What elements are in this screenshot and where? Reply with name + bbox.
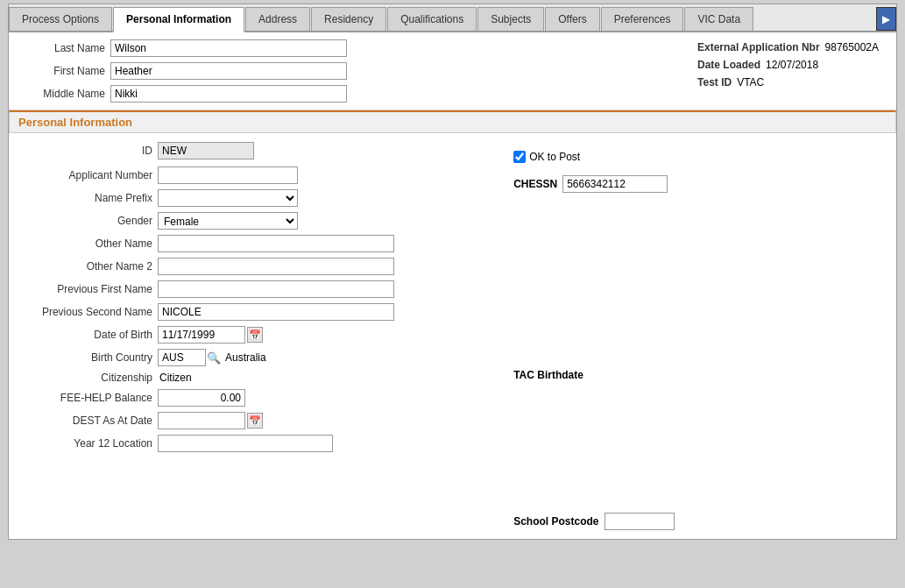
school-postcode-label: School Postcode	[513, 515, 598, 528]
tab-preferences[interactable]: Preferences	[601, 7, 684, 31]
year12-label: Year 12 Location	[18, 437, 158, 450]
prev-first-name-label: Previous First Name	[18, 283, 158, 295]
chessn-label: CHESSN	[513, 178, 557, 190]
fee-help-input[interactable]	[158, 389, 245, 407]
tab-process-options[interactable]: Process Options	[9, 7, 112, 31]
tab-bar: Process Options Personal Information Add…	[9, 4, 896, 32]
first-name-input[interactable]	[110, 62, 347, 80]
ext-app-label: External Application Nbr	[697, 41, 820, 53]
first-name-label: First Name	[26, 65, 105, 77]
other-name-label: Other Name	[18, 237, 158, 250]
other-name2-input[interactable]	[158, 258, 394, 275]
last-name-input[interactable]	[110, 39, 347, 57]
tab-residency[interactable]: Residency	[311, 7, 386, 31]
dest-date-input[interactable]	[158, 412, 245, 429]
dob-row: Date of Birth 📅	[18, 326, 496, 344]
more-tabs-icon: ▶	[882, 13, 890, 25]
citizenship-value: Citizen	[159, 372, 192, 384]
birth-country-code-input[interactable]	[158, 349, 206, 366]
test-id-value: VTAC	[737, 76, 764, 89]
middle-name-row: Middle Name	[26, 85, 347, 103]
citizenship-label: Citizenship	[18, 372, 158, 384]
other-name-input[interactable]	[158, 235, 394, 252]
last-name-label: Last Name	[26, 42, 105, 54]
birth-country-row: Birth Country 🔍 Australia	[18, 349, 496, 366]
ext-app-value: 98765002A	[825, 41, 879, 53]
id-input[interactable]	[158, 142, 254, 159]
date-loaded-value: 12/07/2018	[766, 59, 818, 71]
citizenship-row: Citizenship Citizen	[18, 372, 496, 384]
applicant-number-input[interactable]	[158, 166, 298, 184]
test-id-label: Test ID	[697, 76, 732, 89]
name-prefix-select[interactable]: Mr Mrs Ms Miss Dr Prof	[158, 189, 298, 207]
middle-name-label: Middle Name	[26, 88, 105, 100]
left-column: ID Applicant Number Name Prefix Mr Mrs M…	[18, 142, 496, 530]
prev-second-name-label: Previous Second Name	[18, 306, 158, 318]
gender-label: Gender	[18, 215, 158, 227]
dest-date-label: DEST As At Date	[18, 414, 158, 427]
ok-to-post-label: OK to Post	[529, 151, 580, 163]
ok-to-post-checkbox[interactable]	[513, 151, 526, 163]
year12-row: Year 12 Location	[18, 435, 496, 452]
prev-second-name-row: Previous Second Name	[18, 303, 496, 321]
name-prefix-row: Name Prefix Mr Mrs Ms Miss Dr Prof	[18, 189, 496, 207]
tab-qualifications[interactable]: Qualifications	[387, 7, 477, 31]
dest-date-calendar-icon[interactable]: 📅	[247, 413, 263, 429]
ok-to-post-row: OK to Post	[513, 144, 887, 163]
id-label: ID	[18, 145, 158, 157]
two-column-layout: ID Applicant Number Name Prefix Mr Mrs M…	[18, 142, 887, 530]
right-column: OK to Post CHESSN TAC Birthdate School P…	[496, 142, 887, 530]
tab-subjects[interactable]: Subjects	[477, 7, 544, 31]
chessn-input[interactable]	[562, 175, 668, 193]
test-id-row: Test ID VTAC	[697, 76, 764, 89]
last-name-row: Last Name	[26, 39, 347, 57]
fee-help-label: FEE-HELP Balance	[18, 392, 158, 404]
dob-label: Date of Birth	[18, 329, 158, 341]
header-area: Last Name First Name Middle Name Externa…	[9, 32, 896, 110]
name-prefix-label: Name Prefix	[18, 192, 158, 204]
middle-name-input[interactable]	[110, 85, 347, 103]
birth-country-label: Birth Country	[18, 351, 158, 364]
other-name2-row: Other Name 2	[18, 258, 496, 275]
more-tabs-button[interactable]: ▶	[876, 7, 896, 31]
dob-input[interactable]	[158, 326, 245, 344]
tac-birthdate-label: TAC Birthdate	[513, 369, 583, 381]
other-name2-label: Other Name 2	[18, 260, 158, 273]
tac-birthdate-row: TAC Birthdate	[513, 369, 887, 381]
chessn-row: CHESSN	[513, 175, 887, 193]
id-row: ID	[18, 142, 496, 159]
tab-address[interactable]: Address	[245, 7, 310, 31]
first-name-row: First Name	[26, 62, 347, 80]
gender-select[interactable]: Female Male Other Not Stated	[158, 212, 298, 230]
prev-first-name-input[interactable]	[158, 280, 394, 298]
school-postcode-row: School Postcode	[513, 513, 887, 530]
fee-help-row: FEE-HELP Balance	[18, 389, 496, 407]
name-fields: Last Name First Name Middle Name	[26, 39, 347, 103]
applicant-number-label: Applicant Number	[18, 169, 158, 181]
prev-second-name-input[interactable]	[158, 303, 394, 321]
header-right-info: External Application Nbr 98765002A Date …	[697, 39, 879, 89]
applicant-number-row: Applicant Number	[18, 166, 496, 184]
tab-vic-data[interactable]: VIC Data	[684, 7, 753, 31]
date-loaded-row: Date Loaded 12/07/2018	[697, 59, 818, 71]
content-area: ID Applicant Number Name Prefix Mr Mrs M…	[9, 133, 896, 539]
section-title: Personal Information	[18, 116, 132, 129]
birth-country-search-icon[interactable]: 🔍	[206, 350, 222, 365]
year12-input[interactable]	[158, 435, 333, 452]
tab-offers[interactable]: Offers	[545, 7, 599, 31]
date-loaded-label: Date Loaded	[697, 59, 760, 71]
dob-calendar-icon[interactable]: 📅	[247, 327, 263, 343]
prev-first-name-row: Previous First Name	[18, 280, 496, 298]
personal-info-section-header: Personal Information	[9, 110, 896, 133]
school-postcode-input[interactable]	[605, 513, 675, 530]
birth-country-name: Australia	[225, 351, 266, 364]
other-name-row: Other Name	[18, 235, 496, 252]
tab-personal-information[interactable]: Personal Information	[113, 7, 244, 32]
dest-date-row: DEST As At Date 📅	[18, 412, 496, 429]
gender-row: Gender Female Male Other Not Stated	[18, 212, 496, 230]
ext-app-row: External Application Nbr 98765002A	[697, 41, 879, 53]
